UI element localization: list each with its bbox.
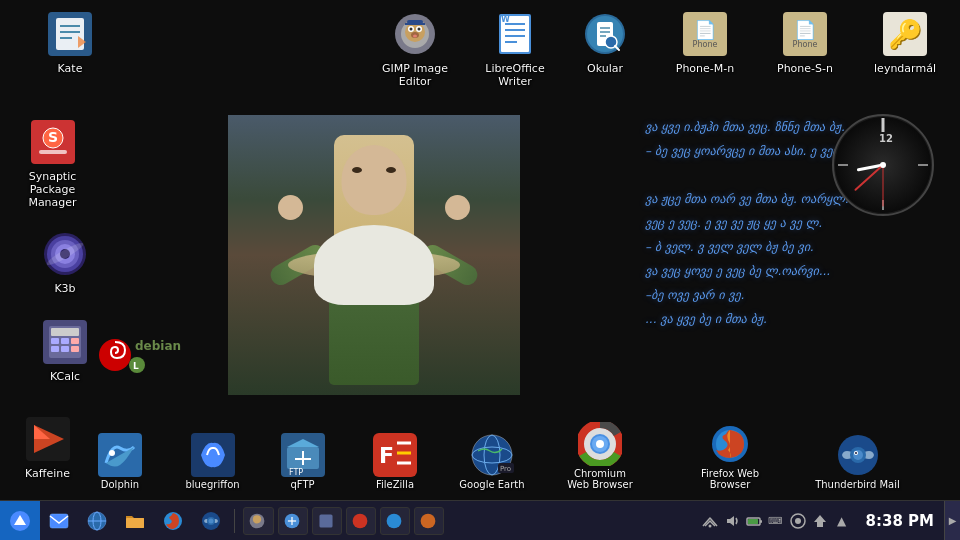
- svg-text:FTP: FTP: [289, 468, 303, 477]
- dock-icon-bluegriffon[interactable]: bluegriffon: [170, 431, 255, 490]
- desktop-icon-leyndarm[interactable]: 🔑 leyndarmál: [860, 10, 950, 75]
- center-photo: [228, 115, 520, 395]
- dock-icon-dolphin[interactable]: Dolphin: [80, 431, 160, 490]
- svg-point-71: [109, 450, 115, 456]
- svg-text:W: W: [501, 15, 510, 24]
- svg-rect-35: [39, 150, 67, 154]
- svg-rect-50: [71, 346, 79, 352]
- desktop-icon-gimp[interactable]: GIMP ImageEditor: [370, 10, 460, 88]
- script-line-7: –ბე ოვე ვარ ი ვე.: [645, 283, 935, 307]
- tray-arrow-up-icon[interactable]: ▲: [832, 511, 852, 531]
- taskbar-firefox-icon[interactable]: [154, 502, 192, 540]
- svg-text:F: F: [379, 443, 394, 468]
- debian-logo: debian L: [95, 330, 185, 380]
- desktop-icon-okular[interactable]: Okular: [560, 10, 650, 75]
- tray-network2-icon[interactable]: [788, 511, 808, 531]
- taskbar-running-app6[interactable]: [414, 507, 444, 535]
- google-earth-label: Google Earth: [459, 479, 524, 490]
- svg-rect-47: [71, 338, 79, 344]
- svg-rect-45: [51, 338, 59, 344]
- leyndarm-label: leyndarmál: [874, 62, 936, 75]
- script-line-6: ვა ვეც ყოვე ე ვეც ბე ლ.ოარვი...: [645, 259, 935, 283]
- analog-clock: 12: [828, 110, 938, 224]
- filezilla-label: FileZilla: [376, 479, 414, 490]
- tray-battery-icon[interactable]: [744, 511, 764, 531]
- start-button[interactable]: [0, 501, 40, 541]
- firefox-label: Firefox WebBrowser: [701, 468, 759, 490]
- svg-rect-106: [126, 518, 144, 528]
- taskbar-bird-icon[interactable]: [192, 502, 230, 540]
- svg-point-98: [853, 450, 863, 460]
- svg-rect-16: [405, 23, 425, 25]
- svg-point-118: [387, 513, 402, 528]
- taskbar-folder-icon[interactable]: [116, 502, 154, 540]
- taskbar-running-app4[interactable]: [346, 507, 376, 535]
- tray-kbd-icon[interactable]: ⌨: [766, 511, 786, 531]
- svg-point-93: [596, 440, 604, 448]
- desktop-icon-libreoffice-writer[interactable]: W LibreOfficeWriter: [470, 10, 560, 88]
- taskbar-running-app2[interactable]: [278, 507, 308, 535]
- desktop-icon-k3b[interactable]: K3b: [20, 230, 110, 295]
- desktop-icon-kate[interactable]: Kate: [25, 10, 115, 75]
- svg-rect-123: [748, 519, 758, 524]
- svg-point-125: [795, 518, 801, 524]
- taskbar-email-icon[interactable]: [40, 502, 78, 540]
- phone-sn-label: Phone-S-n: [777, 62, 833, 75]
- svg-rect-116: [319, 514, 332, 527]
- svg-marker-126: [814, 515, 826, 527]
- chromium-label: ChromiumWeb Browser: [567, 468, 633, 490]
- kate-label: Kate: [58, 62, 83, 75]
- taskbar-globe-icon[interactable]: [78, 502, 116, 540]
- svg-point-54: [99, 339, 131, 371]
- dock-icon-qftp[interactable]: FTP qFTP: [265, 431, 340, 490]
- svg-point-11: [410, 28, 413, 31]
- svg-text:S: S: [48, 129, 58, 145]
- taskbar-active-area: [239, 501, 696, 540]
- taskbar: ⌨ ▲ 8:38 PM ▶: [0, 500, 960, 540]
- svg-text:debian: debian: [135, 339, 181, 353]
- system-tray: ⌨ ▲: [696, 511, 856, 531]
- dock-icon-chromium[interactable]: ChromiumWeb Browser: [555, 420, 645, 490]
- taskbar-running-app5[interactable]: [380, 507, 410, 535]
- taskbar-menu-btn[interactable]: ▶: [944, 501, 960, 541]
- svg-point-69: [880, 162, 886, 168]
- taskbar-clock[interactable]: 8:38 PM: [856, 512, 944, 530]
- desktop-icon-kaffeine[interactable]: Kaffeine: [5, 415, 90, 480]
- desktop-icon-phone-sn[interactable]: 📄 Phone Phone-S-n: [760, 10, 850, 75]
- svg-rect-102: [50, 514, 68, 528]
- svg-point-119: [421, 513, 436, 528]
- kaffeine-label: Kaffeine: [25, 467, 70, 480]
- dock-icon-firefox[interactable]: Firefox WebBrowser: [685, 420, 775, 490]
- tray-audio-icon[interactable]: [722, 511, 742, 531]
- svg-point-100: [855, 452, 857, 454]
- libreoffice-writer-label: LibreOfficeWriter: [485, 62, 544, 88]
- dolphin-label: Dolphin: [101, 479, 139, 490]
- svg-point-12: [418, 28, 421, 31]
- dock-icon-filezilla[interactable]: F FileZilla: [355, 431, 435, 490]
- tray-network-icon[interactable]: [700, 511, 720, 531]
- dock-icon-google-earth[interactable]: Pro Google Earth: [447, 431, 537, 490]
- thunderbird-label: Thunderbird Mail: [815, 479, 900, 490]
- svg-point-117: [353, 513, 368, 528]
- svg-rect-48: [51, 346, 59, 352]
- svg-point-112: [253, 515, 261, 523]
- synaptic-label: Synaptic PackageManager: [5, 170, 100, 210]
- svg-text:12: 12: [879, 133, 893, 144]
- svg-point-14: [413, 35, 417, 38]
- okular-label: Okular: [587, 62, 623, 75]
- desktop: Kate GIMP ImageEditor: [0, 0, 960, 540]
- svg-text:L: L: [133, 361, 139, 371]
- taskbar-running-gimp[interactable]: [243, 507, 274, 535]
- desktop-icon-phone-mn[interactable]: 📄 Phone Phone-M-n: [660, 10, 750, 75]
- desktop-icon-synaptic[interactable]: S Synaptic PackageManager: [5, 118, 100, 210]
- taskbar-running-app3[interactable]: [312, 507, 342, 535]
- clock-time: 8:38 PM: [866, 512, 934, 530]
- qftp-label: qFTP: [290, 479, 314, 490]
- svg-point-120: [708, 524, 711, 527]
- dock-icon-thunderbird[interactable]: Thunderbird Mail: [810, 431, 905, 490]
- script-line-5: – ბ ველ. ვ ველ ველ ბჟ ბე ვი.: [645, 235, 935, 259]
- tray-arrow-icon[interactable]: [810, 511, 830, 531]
- svg-point-110: [209, 518, 214, 523]
- kcalc-label: KCalc: [50, 370, 80, 383]
- phone-mn-label: Phone-M-n: [676, 62, 734, 75]
